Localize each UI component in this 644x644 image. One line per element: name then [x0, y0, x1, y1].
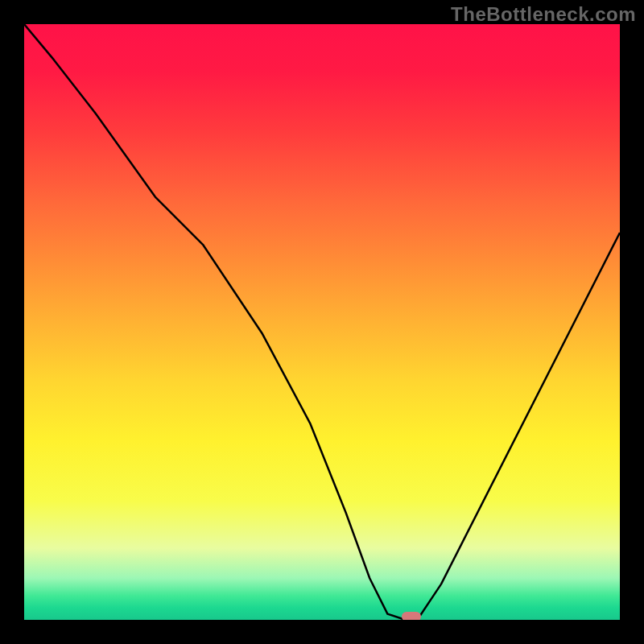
watermark-text: TheBottleneck.com — [451, 3, 636, 26]
plot-area — [24, 24, 620, 620]
curve-svg — [24, 24, 620, 620]
min-marker — [402, 612, 421, 620]
chart-frame: TheBottleneck.com — [0, 0, 644, 644]
curve-path — [24, 24, 620, 620]
